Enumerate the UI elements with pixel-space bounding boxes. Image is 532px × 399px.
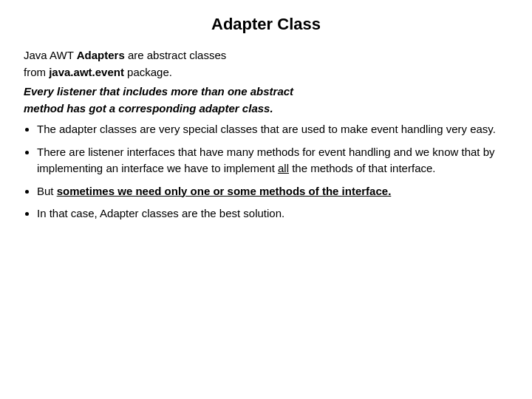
page-title: Adapter Class bbox=[24, 15, 508, 34]
intro-bold-italic-1: Every listener that includes more than o… bbox=[24, 85, 293, 98]
intro-from: from bbox=[24, 66, 49, 78]
intro-line-2: Every listener that includes more than o… bbox=[24, 83, 508, 117]
intro-java-awt: Java AWT bbox=[24, 49, 77, 61]
list-item-3-bold: sometimes we need only one or some metho… bbox=[57, 185, 392, 197]
list-item-4: In that case, Adapter classes are the be… bbox=[37, 205, 508, 222]
main-container: Adapter Class Java AWT Adapters are abst… bbox=[0, 0, 532, 399]
intro-are-abstract: are abstract classes bbox=[125, 49, 227, 61]
intro-bold-italic-2: method has got a corresponding adapter c… bbox=[24, 102, 273, 115]
list-item-3-but: But bbox=[37, 185, 57, 197]
intro-adapters-bold: Adapters bbox=[77, 49, 125, 61]
list-item-1-text: The adapter classes are very special cla… bbox=[37, 123, 496, 135]
list-item-1: The adapter classes are very special cla… bbox=[37, 121, 508, 138]
intro-package-suffix: package. bbox=[124, 66, 172, 78]
bullet-list: The adapter classes are very special cla… bbox=[24, 121, 508, 222]
intro-package-bold: java.awt.event bbox=[49, 66, 124, 78]
list-item-4-text: In that case, Adapter classes are the be… bbox=[37, 207, 284, 219]
list-item-3: But sometimes we need only one or some m… bbox=[37, 183, 508, 200]
list-item-2-all: all bbox=[278, 162, 289, 174]
list-item-2: There are listener interfaces that have … bbox=[37, 144, 508, 177]
list-item-2-text-part2: the methods of that interface. bbox=[289, 162, 435, 174]
intro-line-1: Java AWT Adapters are abstract classes f… bbox=[24, 47, 508, 81]
